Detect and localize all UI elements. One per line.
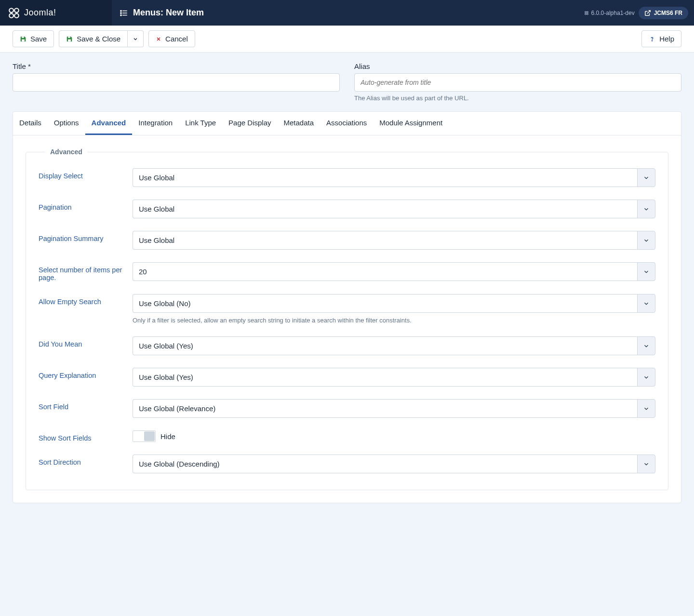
svg-point-11 — [587, 11, 588, 13]
card: DetailsOptionsAdvancedIntegrationLink Ty… — [13, 111, 681, 503]
select-sort-direction[interactable]: Use Global (Descending) — [133, 455, 655, 473]
field-label-did-you-mean: Did You Mean — [39, 336, 133, 348]
version-badge[interactable]: 6.0.0-alpha1-dev — [584, 10, 635, 16]
joomla-icon — [8, 7, 20, 19]
chevron-down-icon — [643, 405, 650, 412]
title-col: Title * — [13, 62, 340, 102]
tab-details[interactable]: Details — [13, 112, 48, 135]
toolbar: Save Save & Close Cancel Help — [0, 26, 694, 53]
tab-metadata[interactable]: Metadata — [277, 112, 320, 135]
select-display-select[interactable]: Use Global — [133, 168, 655, 187]
select-value-sort-direction: Use Global (Descending) — [133, 455, 637, 473]
svg-rect-17 — [68, 36, 70, 38]
close-icon — [156, 36, 161, 42]
field-control-show-sort-fields: Hide — [133, 430, 655, 442]
svg-rect-15 — [22, 36, 24, 38]
save-icon — [20, 36, 27, 42]
switch-track-show-sort-fields[interactable] — [133, 430, 156, 442]
save-dropdown-button[interactable] — [128, 30, 144, 47]
field-show-sort-fields: Show Sort Fields Hide — [39, 430, 655, 442]
select-query-explanation[interactable]: Use Global (Yes) — [133, 368, 655, 387]
field-pagination: Pagination Use Global — [39, 200, 655, 218]
select-value-query-explanation: Use Global (Yes) — [133, 368, 637, 387]
select-sort-field[interactable]: Use Global (Relevance) — [133, 399, 655, 418]
chevron-down-icon — [643, 461, 650, 468]
field-control-pagination-summary: Use Global — [133, 231, 655, 250]
title-row: Title * Alias The Alias will be used as … — [13, 62, 681, 102]
select-caret-sort-field — [637, 399, 655, 418]
user-name: JCMS6 FR — [654, 10, 682, 16]
chevron-down-icon — [643, 237, 650, 244]
select-caret-allow-empty — [637, 294, 655, 313]
field-label-allow-empty: Allow Empty Search — [39, 294, 133, 306]
field-sort-field: Sort Field Use Global (Relevance) — [39, 399, 655, 418]
chevron-down-icon — [643, 300, 650, 307]
chevron-down-icon — [133, 36, 138, 42]
svg-line-14 — [647, 10, 650, 13]
select-pagination[interactable]: Use Global — [133, 200, 655, 218]
tab-page-display[interactable]: Page Display — [222, 112, 277, 135]
chevron-down-icon — [643, 206, 650, 213]
title-input[interactable] — [13, 73, 340, 92]
field-control-items-per-page: 20 — [133, 262, 655, 281]
field-control-sort-field: Use Global (Relevance) — [133, 399, 655, 418]
field-display-select: Display Select Use Global — [39, 168, 655, 187]
content: Title * Alias The Alias will be used as … — [0, 53, 694, 516]
save-close-label: Save & Close — [77, 35, 120, 43]
select-pagination-summary[interactable]: Use Global — [133, 231, 655, 250]
field-label-query-explanation: Query Explanation — [39, 368, 133, 379]
field-sort-direction: Sort Direction Use Global (Descending) — [39, 455, 655, 473]
logo-section[interactable]: Joomla! — [0, 0, 112, 26]
save-close-group: Save & Close — [59, 30, 144, 47]
svg-point-7 — [120, 10, 121, 11]
brand-text: Joomla! — [24, 8, 56, 18]
select-did-you-mean[interactable]: Use Global (Yes) — [133, 336, 655, 355]
svg-point-12 — [585, 13, 586, 14]
svg-point-21 — [652, 40, 653, 40]
select-value-pagination: Use Global — [133, 200, 637, 218]
svg-rect-16 — [22, 39, 25, 41]
select-caret-items-per-page — [637, 262, 655, 281]
save-close-button[interactable]: Save & Close — [59, 30, 128, 47]
field-allow-empty: Allow Empty Search Use Global (No) Only … — [39, 294, 655, 324]
select-value-sort-field: Use Global (Relevance) — [133, 399, 637, 418]
svg-point-0 — [9, 8, 13, 13]
alias-help: The Alias will be used as part of the UR… — [354, 94, 681, 102]
external-link-icon — [644, 10, 651, 16]
select-caret-pagination — [637, 200, 655, 218]
chevron-down-icon — [643, 268, 650, 275]
switch-show-sort-fields: Hide — [133, 430, 655, 442]
user-pill[interactable]: JCMS6 FR — [639, 7, 688, 19]
select-allow-empty[interactable]: Use Global (No) — [133, 294, 655, 313]
field-items-per-page: Select number of items per page. 20 — [39, 262, 655, 281]
chevron-down-icon — [643, 343, 650, 349]
topbar: Joomla! Menus: New Item 6.0.0-alpha1-dev… — [0, 0, 694, 26]
select-items-per-page[interactable]: 20 — [133, 262, 655, 281]
tab-link-type[interactable]: Link Type — [179, 112, 222, 135]
tabs: DetailsOptionsAdvancedIntegrationLink Ty… — [13, 112, 681, 135]
svg-point-9 — [120, 14, 121, 15]
select-caret-query-explanation — [637, 368, 655, 387]
fieldset-legend: Advanced — [45, 148, 87, 156]
svg-point-2 — [9, 13, 13, 18]
tab-integration[interactable]: Integration — [132, 112, 179, 135]
field-control-allow-empty: Use Global (No) Only if a filter is sele… — [133, 294, 655, 324]
help-button[interactable]: Help — [641, 30, 681, 47]
tab-module-assignment[interactable]: Module Assignment — [373, 112, 449, 135]
save-icon — [66, 36, 73, 42]
chevron-down-icon — [643, 374, 650, 381]
switch-thumb-show-sort-fields — [144, 431, 155, 441]
tab-advanced[interactable]: Advanced — [85, 112, 133, 135]
tab-options[interactable]: Options — [48, 112, 85, 135]
tab-associations[interactable]: Associations — [320, 112, 373, 135]
field-control-query-explanation: Use Global (Yes) — [133, 368, 655, 387]
field-label-pagination-summary: Pagination Summary — [39, 231, 133, 242]
advanced-fieldset: Advanced Display Select Use Global Pagin… — [26, 148, 668, 490]
select-value-allow-empty: Use Global (No) — [133, 294, 637, 313]
field-pagination-summary: Pagination Summary Use Global — [39, 231, 655, 250]
cancel-button[interactable]: Cancel — [148, 30, 195, 47]
title-label: Title * — [13, 62, 340, 70]
alias-input[interactable] — [354, 73, 681, 92]
save-button[interactable]: Save — [13, 30, 54, 47]
page-title-section: Menus: New Item — [112, 8, 578, 18]
